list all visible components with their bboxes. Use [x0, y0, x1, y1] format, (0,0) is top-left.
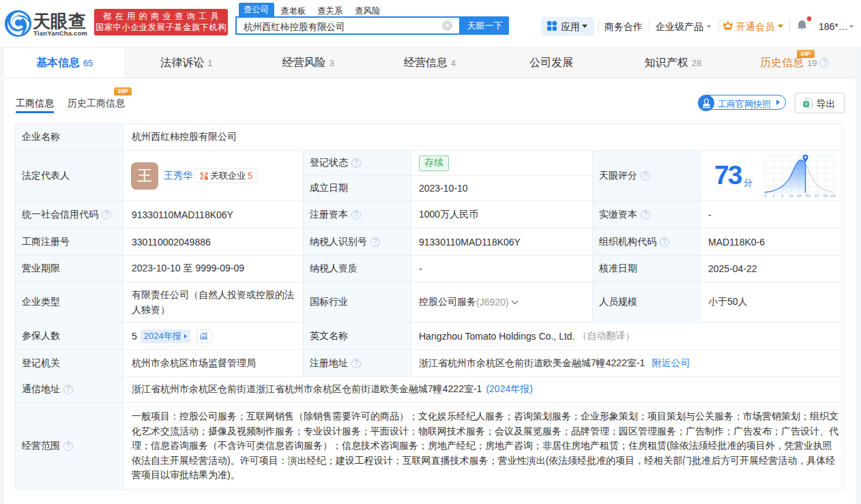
svg-text:1: 1	[772, 193, 775, 198]
svg-text:99: 99	[823, 193, 828, 198]
svg-text:85: 85	[806, 193, 811, 198]
svg-text:97: 97	[815, 193, 819, 198]
svg-text:15: 15	[789, 193, 793, 198]
svg-text:100: 100	[830, 193, 836, 198]
svg-text:0: 0	[764, 193, 767, 198]
svg-text:50: 50	[797, 193, 802, 198]
svg-text:X: X	[804, 102, 808, 106]
svg-text:3: 3	[781, 193, 784, 198]
